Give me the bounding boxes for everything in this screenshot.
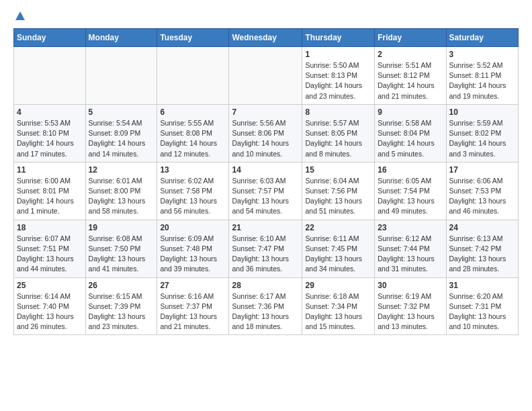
calendar-cell: 24Sunrise: 6:13 AM Sunset: 7:42 PM Dayli…	[446, 220, 518, 277]
calendar-cell: 20Sunrise: 6:09 AM Sunset: 7:48 PM Dayli…	[157, 220, 229, 277]
day-number: 3	[449, 50, 515, 59]
calendar-cell: 23Sunrise: 6:12 AM Sunset: 7:44 PM Dayli…	[375, 220, 446, 277]
svg-marker-0	[15, 11, 25, 20]
calendar-cell: 30Sunrise: 6:19 AM Sunset: 7:32 PM Dayli…	[375, 277, 446, 335]
cell-content: Sunrise: 6:08 AM Sunset: 7:50 PM Dayligh…	[89, 234, 154, 275]
calendar-week-row: 11Sunrise: 6:00 AM Sunset: 8:01 PM Dayli…	[14, 162, 519, 220]
cell-content: Sunrise: 6:15 AM Sunset: 7:39 PM Dayligh…	[89, 291, 154, 332]
calendar-cell: 5Sunrise: 5:54 AM Sunset: 8:09 PM Daylig…	[85, 104, 157, 162]
calendar-cell: 4Sunrise: 5:53 AM Sunset: 8:10 PM Daylig…	[14, 104, 86, 162]
day-number: 12	[89, 165, 154, 175]
cell-content: Sunrise: 5:59 AM Sunset: 8:02 PM Dayligh…	[449, 118, 515, 159]
day-number: 27	[160, 281, 226, 290]
cell-content: Sunrise: 5:57 AM Sunset: 8:05 PM Dayligh…	[305, 118, 371, 159]
cell-content: Sunrise: 6:04 AM Sunset: 7:56 PM Dayligh…	[305, 176, 371, 217]
cell-content: Sunrise: 6:07 AM Sunset: 7:51 PM Dayligh…	[17, 234, 83, 275]
calendar-week-row: 4Sunrise: 5:53 AM Sunset: 8:10 PM Daylig…	[14, 104, 519, 162]
calendar-header: SundayMondayTuesdayWednesdayThursdayFrid…	[14, 29, 519, 47]
calendar-week-row: 18Sunrise: 6:07 AM Sunset: 7:51 PM Dayli…	[14, 220, 519, 277]
day-number: 17	[449, 165, 515, 175]
day-number: 23	[378, 223, 443, 232]
logo-arrow-icon	[15, 11, 26, 21]
cell-content: Sunrise: 5:56 AM Sunset: 8:06 PM Dayligh…	[232, 118, 299, 159]
calendar-cell: 3Sunrise: 5:52 AM Sunset: 8:11 PM Daylig…	[446, 47, 518, 105]
cell-content: Sunrise: 6:09 AM Sunset: 7:48 PM Dayligh…	[160, 234, 226, 275]
calendar-cell: 19Sunrise: 6:08 AM Sunset: 7:50 PM Dayli…	[85, 220, 157, 277]
cell-content: Sunrise: 6:17 AM Sunset: 7:36 PM Dayligh…	[232, 291, 299, 332]
calendar-week-row: 25Sunrise: 6:14 AM Sunset: 7:40 PM Dayli…	[14, 277, 519, 335]
calendar-cell: 26Sunrise: 6:15 AM Sunset: 7:39 PM Dayli…	[85, 277, 157, 335]
calendar-cell: 18Sunrise: 6:07 AM Sunset: 7:51 PM Dayli…	[14, 220, 86, 277]
day-number: 31	[449, 281, 515, 290]
calendar-cell	[85, 47, 157, 105]
day-number: 25	[17, 281, 83, 290]
calendar-cell: 14Sunrise: 6:03 AM Sunset: 7:57 PM Dayli…	[229, 162, 302, 220]
cell-content: Sunrise: 6:11 AM Sunset: 7:45 PM Dayligh…	[305, 234, 371, 275]
cell-content: Sunrise: 6:14 AM Sunset: 7:40 PM Dayligh…	[17, 291, 83, 332]
day-number: 1	[305, 50, 371, 59]
calendar-week-row: 1Sunrise: 5:50 AM Sunset: 8:13 PM Daylig…	[14, 47, 519, 105]
calendar-cell: 15Sunrise: 6:04 AM Sunset: 7:56 PM Dayli…	[302, 162, 375, 220]
calendar-cell: 1Sunrise: 5:50 AM Sunset: 8:13 PM Daylig…	[302, 47, 375, 105]
day-number: 4	[17, 107, 83, 117]
day-number: 19	[89, 223, 154, 232]
calendar-cell	[14, 47, 86, 105]
calendar-cell: 22Sunrise: 6:11 AM Sunset: 7:45 PM Dayli…	[302, 220, 375, 277]
day-number: 9	[378, 107, 443, 117]
cell-content: Sunrise: 6:20 AM Sunset: 7:31 PM Dayligh…	[449, 291, 515, 332]
calendar-cell: 25Sunrise: 6:14 AM Sunset: 7:40 PM Dayli…	[14, 277, 86, 335]
day-number: 8	[305, 107, 371, 117]
cell-content: Sunrise: 5:54 AM Sunset: 8:09 PM Dayligh…	[89, 118, 154, 159]
calendar-cell: 28Sunrise: 6:17 AM Sunset: 7:36 PM Dayli…	[229, 277, 302, 335]
day-number: 28	[232, 281, 299, 290]
calendar-table: SundayMondayTuesdayWednesdayThursdayFrid…	[13, 28, 519, 335]
day-number: 10	[449, 107, 515, 117]
calendar-cell: 2Sunrise: 5:51 AM Sunset: 8:12 PM Daylig…	[375, 47, 446, 105]
day-header: Friday	[375, 29, 446, 47]
cell-content: Sunrise: 5:50 AM Sunset: 8:13 PM Dayligh…	[305, 60, 371, 101]
calendar-cell: 21Sunrise: 6:10 AM Sunset: 7:47 PM Dayli…	[229, 220, 302, 277]
day-number: 26	[89, 281, 154, 290]
day-number: 30	[378, 281, 443, 290]
cell-content: Sunrise: 6:05 AM Sunset: 7:54 PM Dayligh…	[378, 176, 443, 217]
calendar-cell	[229, 47, 302, 105]
cell-content: Sunrise: 5:52 AM Sunset: 8:11 PM Dayligh…	[449, 60, 515, 101]
cell-content: Sunrise: 5:58 AM Sunset: 8:04 PM Dayligh…	[378, 118, 443, 159]
cell-content: Sunrise: 6:00 AM Sunset: 8:01 PM Dayligh…	[17, 176, 83, 217]
cell-content: Sunrise: 6:06 AM Sunset: 7:53 PM Dayligh…	[449, 176, 515, 217]
calendar-cell: 8Sunrise: 5:57 AM Sunset: 8:05 PM Daylig…	[302, 104, 375, 162]
day-header: Tuesday	[157, 29, 229, 47]
day-header: Monday	[85, 29, 157, 47]
calendar-cell: 31Sunrise: 6:20 AM Sunset: 7:31 PM Dayli…	[446, 277, 518, 335]
day-number: 21	[232, 223, 299, 232]
day-number: 6	[160, 107, 226, 117]
day-number: 11	[17, 165, 83, 175]
day-header: Sunday	[14, 29, 86, 47]
day-number: 20	[160, 223, 226, 232]
calendar-cell: 10Sunrise: 5:59 AM Sunset: 8:02 PM Dayli…	[446, 104, 518, 162]
calendar-cell: 27Sunrise: 6:16 AM Sunset: 7:37 PM Dayli…	[157, 277, 229, 335]
calendar-cell: 9Sunrise: 5:58 AM Sunset: 8:04 PM Daylig…	[375, 104, 446, 162]
cell-content: Sunrise: 6:19 AM Sunset: 7:32 PM Dayligh…	[378, 291, 443, 332]
cell-content: Sunrise: 6:03 AM Sunset: 7:57 PM Dayligh…	[232, 176, 299, 217]
calendar-cell: 6Sunrise: 5:55 AM Sunset: 8:08 PM Daylig…	[157, 104, 229, 162]
calendar-cell: 13Sunrise: 6:02 AM Sunset: 7:58 PM Dayli…	[157, 162, 229, 220]
day-number: 2	[378, 50, 443, 59]
cell-content: Sunrise: 5:55 AM Sunset: 8:08 PM Dayligh…	[160, 118, 226, 159]
calendar-cell: 12Sunrise: 6:01 AM Sunset: 8:00 PM Dayli…	[85, 162, 157, 220]
day-header: Saturday	[446, 29, 518, 47]
day-number: 24	[449, 223, 515, 232]
day-number: 13	[160, 165, 226, 175]
cell-content: Sunrise: 6:02 AM Sunset: 7:58 PM Dayligh…	[160, 176, 226, 217]
day-number: 18	[17, 223, 83, 232]
calendar-cell: 16Sunrise: 6:05 AM Sunset: 7:54 PM Dayli…	[375, 162, 446, 220]
day-header: Thursday	[302, 29, 375, 47]
calendar-body: 1Sunrise: 5:50 AM Sunset: 8:13 PM Daylig…	[14, 47, 519, 335]
day-number: 16	[378, 165, 443, 175]
cell-content: Sunrise: 6:18 AM Sunset: 7:34 PM Dayligh…	[305, 291, 371, 332]
cell-content: Sunrise: 6:16 AM Sunset: 7:37 PM Dayligh…	[160, 291, 226, 332]
page-header	[13, 11, 519, 21]
calendar-cell: 11Sunrise: 6:00 AM Sunset: 8:01 PM Dayli…	[14, 162, 86, 220]
logo	[13, 11, 26, 21]
cell-content: Sunrise: 6:10 AM Sunset: 7:47 PM Dayligh…	[232, 234, 299, 275]
